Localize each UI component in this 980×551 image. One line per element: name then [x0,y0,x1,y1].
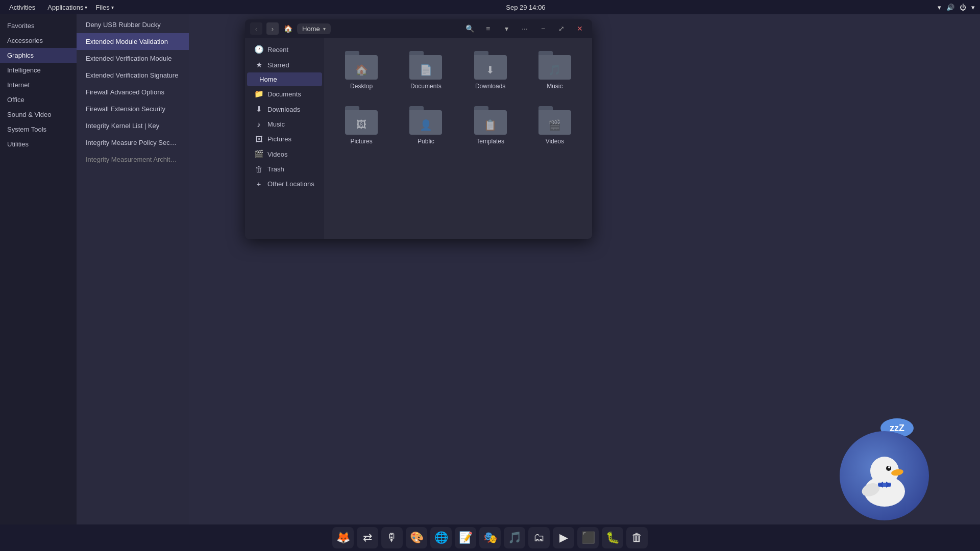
folder-body: 👤 [409,110,442,135]
category-item-system_tools[interactable]: System Tools [0,122,77,137]
applications-menu[interactable]: Applications ▾ [47,4,87,11]
fm-sidebar-downloads[interactable]: ⬇ Downloads [247,102,322,117]
fm-sidebar-other-locations[interactable]: + Other Locations [247,177,322,191]
category-item-internet[interactable]: Internet [0,78,77,92]
fm-sidebar-documents[interactable]: 📁 Documents [247,86,322,102]
fm-folder-downloads[interactable]: ⬇ Downloads [461,46,520,95]
mask-icon[interactable]: 🎭 [479,527,501,548]
switch-icon[interactable]: ⇄ [357,527,378,548]
fm-search-button[interactable]: 🔍 [462,21,477,36]
fm-more-button[interactable]: ··· [518,21,532,36]
podcast-icon[interactable]: 🎙 [381,527,403,548]
fm-folder-pictures[interactable]: 🖼 Pictures [332,101,390,150]
folder-body: ⬇ [474,55,507,80]
fm-sidebar-other-locations-label: Other Locations [267,180,314,188]
other-locations-icon: + [254,180,263,188]
category-item-sound_video[interactable]: Sound & Video [0,107,77,122]
fm-sidebar-home[interactable]: Home [247,72,322,86]
folder-icon: 🎵 [538,51,571,80]
folder-symbol: 🏠 [355,64,368,76]
fm-sidebar-trash[interactable]: 🗑 Trash [247,162,322,177]
app-item[interactable]: Integrity Measurement Architecture [77,151,189,168]
folder-body: 🎵 [538,55,571,80]
terminal-icon[interactable]: ⬛ [577,527,599,548]
music-sidebar-icon: ♪ [254,120,263,129]
app-item[interactable]: Deny USB Rubber Ducky [77,16,189,33]
folder-tab [345,51,359,55]
fm-close-button[interactable]: ✕ [573,21,587,36]
topbar-left: Activities Applications ▾ Files ▾ [5,3,114,12]
activities-button[interactable]: Activities [5,3,39,12]
pictures-sidebar-icon: 🖼 [254,135,263,143]
folder-icon: ⬇ [474,51,507,80]
app-item[interactable]: Firewall Extension Security [77,101,189,117]
fm-back-button[interactable]: ‹ [250,22,262,35]
browser-icon[interactable]: 🌐 [430,527,452,548]
folder-icon: 🖼 [345,106,378,135]
fm-sidebar-pictures[interactable]: 🖼 Pictures [247,132,322,146]
folder-tab [474,51,488,55]
files-menu[interactable]: Files ▾ [95,4,113,11]
app-item[interactable]: Extended Verification Signature [77,67,189,84]
folder-name: Public [418,138,434,145]
folder-body: 🏠 [345,55,378,80]
fm-folder-public[interactable]: 👤 Public [397,101,455,150]
network-icon: ▾ [938,4,941,11]
fm-location-arrow: ▾ [323,26,326,32]
app-item[interactable]: Firewall Advanced Options [77,84,189,101]
starred-icon: ★ [254,60,263,69]
store-icon[interactable]: ▶ [553,527,574,548]
bug-icon[interactable]: 🐛 [602,527,623,548]
folder-body: 🖼 [345,110,378,135]
music-icon[interactable]: 🎵 [504,527,525,548]
fm-folder-documents[interactable]: 📄 Documents [397,46,455,95]
paint-icon[interactable]: 🎨 [406,527,427,548]
fm-restore-button[interactable]: ⤢ [554,21,569,36]
folder-symbol: 🎵 [548,64,561,76]
folder-body: 🎬 [538,110,571,135]
fm-location-bar[interactable]: Home ▾ [297,23,331,34]
app-item[interactable]: Integrity Kernel List | Key [77,117,189,134]
fm-folder-templates[interactable]: 📋 Templates [461,101,520,150]
applications-arrow: ▾ [85,5,87,10]
duck-mascot [840,431,929,520]
fm-folder-desktop[interactable]: 🏠 Desktop [332,46,390,95]
fm-sidebar-starred[interactable]: ★ Starred [247,57,322,72]
category-item-office[interactable]: Office [0,92,77,107]
category-item-favorites[interactable]: Favorites [0,18,77,33]
folder-icon: 📄 [409,51,442,80]
folder-icon: 🎬 [538,106,571,135]
application-menu-panel: FavoritesAccessoriesGraphicsIntelligence… [0,14,189,524]
notes-icon[interactable]: 📝 [455,527,476,548]
fm-view-list-button[interactable]: ≡ [481,21,495,36]
category-item-utilities[interactable]: Utilities [0,137,77,152]
trash-icon[interactable]: 🗑 [626,527,648,548]
fm-forward-button[interactable]: › [266,22,279,35]
fm-sidebar: 🕐 Recent ★ Starred Home 📁 Documents ⬇ Do… [245,38,324,239]
app-item[interactable]: Extended Verification Module [77,50,189,67]
duck-container: zzZ [837,418,929,520]
app-item[interactable]: Extended Module Validation [77,33,189,50]
fm-minimize-button[interactable]: − [536,21,550,36]
category-item-graphics[interactable]: Graphics [0,48,77,63]
documents-sidebar-icon: 📁 [254,89,263,98]
topbar-datetime: Sep 29 14:06 [114,4,938,11]
category-item-intelligence[interactable]: Intelligence [0,63,77,78]
fm-sidebar-music-label: Music [267,120,285,128]
app-item[interactable]: Integrity Measure Policy Security [77,134,189,151]
fm-sidebar-recent[interactable]: 🕐 Recent [247,42,322,57]
fm-sidebar-music[interactable]: ♪ Music [247,117,322,132]
category-item-accessories[interactable]: Accessories [0,33,77,48]
folder-name: Videos [546,138,564,145]
applications-label: Applications [47,4,83,11]
folder-name: Desktop [350,83,373,90]
fm-folder-music[interactable]: 🎵 Music [526,46,584,95]
files-icon[interactable]: 🗂 [528,527,550,548]
folder-name: Downloads [475,83,505,90]
firefox-icon[interactable]: 🦊 [332,527,354,548]
fm-sidebar-videos[interactable]: 🎬 Videos [247,146,322,162]
fm-sidebar-home-label: Home [259,76,277,83]
fm-sidebar-starred-label: Starred [267,61,289,69]
fm-view-toggle-button[interactable]: ▾ [499,21,513,36]
fm-folder-videos[interactable]: 🎬 Videos [526,101,584,150]
